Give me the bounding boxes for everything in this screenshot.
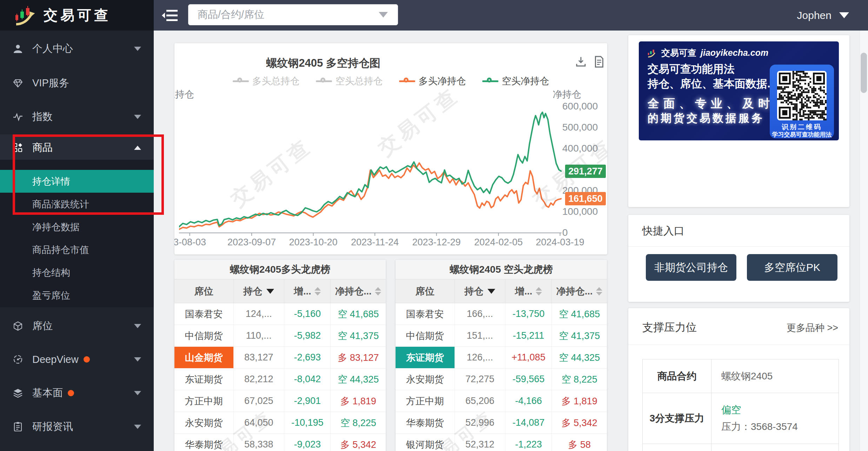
seat-cell[interactable]: 中信期货 bbox=[396, 325, 455, 346]
more-varieties-link[interactable]: 更多品种 >> bbox=[787, 321, 838, 334]
qr-panel: 识别二维码 学习交易可查功能用法 bbox=[770, 65, 834, 138]
sort-desc-icon[interactable] bbox=[266, 289, 274, 294]
table-row: 山金期货83,127-2,693多 83,127 bbox=[174, 347, 386, 369]
search-chevron-down-icon[interactable] bbox=[379, 12, 388, 18]
ad-domain: jiaoyikecha.com bbox=[701, 48, 768, 58]
chevron-down-icon bbox=[134, 324, 141, 328]
sp-row-label: 15分支撑压力 bbox=[643, 444, 711, 451]
column-header-net-position[interactable]: 净持仓... bbox=[331, 279, 386, 303]
sidebar-subitem-profit-loss-seat[interactable]: 盈亏席位 bbox=[0, 284, 154, 307]
column-header-position[interactable]: 持仓 bbox=[455, 279, 505, 303]
seat-cell[interactable]: 永安期货 bbox=[396, 369, 455, 390]
new-feature-dot bbox=[68, 390, 74, 396]
ad-headline-4: 的期货交易数据服务 bbox=[648, 111, 764, 126]
ad-logo-row: 交易可查 jiaoyikecha.com bbox=[647, 47, 768, 59]
data-view-icon[interactable] bbox=[593, 55, 605, 69]
sidebar-subitem-position-detail[interactable]: 持仓详情 bbox=[0, 170, 154, 193]
legend-label: 多头净持仓 bbox=[419, 75, 466, 87]
ad-card: 交易可查 jiaoyikecha.com 交易可查功能用法 持仓、席位、基本面数… bbox=[628, 35, 849, 207]
sidebar-item-commodity[interactable]: 商品 bbox=[0, 136, 154, 160]
long-leaderboard-table: 螺纹钢2405多头龙虎榜席位持仓增...净持仓...国泰君安124,...-5,… bbox=[174, 260, 386, 451]
seat-cell[interactable]: 中信期货 bbox=[174, 325, 234, 346]
sidebar-item-seat[interactable]: 席位 bbox=[0, 314, 154, 338]
column-header-position[interactable]: 持仓 bbox=[234, 279, 284, 303]
sort-down-icon bbox=[375, 292, 381, 296]
change-cell: -2,901 bbox=[284, 390, 331, 412]
x-tick-label: 2023-09-07 bbox=[227, 237, 276, 248]
report-icon bbox=[13, 422, 23, 432]
column-header-seat[interactable]: 席位 bbox=[396, 279, 455, 303]
position-cell: 64,050 bbox=[234, 412, 284, 433]
sort-icon[interactable] bbox=[596, 287, 602, 296]
page-scrollbar-thumb[interactable] bbox=[861, 53, 867, 93]
net-position-cell: 多 83,127 bbox=[331, 347, 386, 368]
seat-cell[interactable]: 东证期货 bbox=[174, 369, 234, 390]
long-short-seat-pk-button[interactable]: 多空席位PK bbox=[747, 254, 837, 281]
sidebar-item-personal-center[interactable]: 个人中心 bbox=[0, 37, 154, 61]
net-position-cell: 多 5,342 bbox=[331, 434, 386, 451]
sidebar-subitem-net-position-data[interactable]: 净持仓数据 bbox=[0, 215, 154, 238]
seat-cell[interactable]: 银河期货 bbox=[396, 434, 455, 451]
net-position-cell: 空 44,325 bbox=[331, 369, 386, 390]
support-pressure-row: 3分支撑压力偏空压力：3568-3574 bbox=[643, 393, 839, 444]
seat-cell[interactable]: 华泰期货 bbox=[174, 434, 234, 451]
sort-icon[interactable] bbox=[314, 287, 321, 296]
legend-item-inactive[interactable]: 空头总持仓 bbox=[316, 75, 383, 87]
sidebar-item-index[interactable]: 指数 bbox=[0, 105, 154, 129]
sidebar-subitem-commodity-position-value[interactable]: 商品持仓市值 bbox=[0, 238, 154, 261]
legend-item-active[interactable]: 多头净持仓 bbox=[399, 75, 466, 87]
column-header-change[interactable]: 增... bbox=[284, 279, 331, 303]
ad-brand-name: 交易可查 bbox=[661, 47, 696, 59]
net-position-cell: 空 8,225 bbox=[331, 412, 386, 433]
non-futures-company-position-button[interactable]: 非期货公司持仓 bbox=[646, 254, 736, 281]
change-cell: -13,750 bbox=[505, 303, 552, 325]
sidebar-item-fundamentals[interactable]: 基本面 bbox=[0, 381, 154, 405]
seat-cell[interactable]: 东证期货 bbox=[396, 347, 455, 368]
legend-dot bbox=[320, 78, 325, 82]
column-header-label: 增... bbox=[294, 285, 311, 298]
sort-icon[interactable] bbox=[375, 287, 381, 296]
sidebar-item-label: 个人中心 bbox=[32, 42, 73, 56]
sidebar-subitem-label: 持仓结构 bbox=[32, 266, 70, 279]
change-cell: -8,042 bbox=[284, 369, 331, 390]
user-chevron-down-icon bbox=[839, 12, 849, 18]
sidebar-item-deepview[interactable]: DeepView bbox=[0, 347, 154, 371]
sort-icon[interactable] bbox=[536, 287, 542, 296]
table-row: 华泰期货52,996-14,087多 5,342 bbox=[396, 412, 607, 434]
pulse-icon bbox=[13, 112, 23, 122]
seat-cell[interactable]: 永安期货 bbox=[174, 412, 234, 433]
sidebar-item-label: DeepView bbox=[32, 354, 79, 365]
seat-cell[interactable]: 方正中期 bbox=[174, 390, 234, 412]
seat-cell[interactable]: 国泰君安 bbox=[174, 303, 234, 325]
chart-legend: 多头总持仓空头总持仓多头净持仓空头净持仓 bbox=[174, 75, 607, 87]
column-header-label: 席位 bbox=[416, 285, 435, 298]
search-input[interactable]: 商品/合约/席位 bbox=[188, 4, 398, 25]
net-position-cell: 多 58 bbox=[552, 434, 607, 451]
seat-cell[interactable]: 山金期货 bbox=[174, 347, 234, 368]
legend-item-active[interactable]: 空头净持仓 bbox=[482, 75, 549, 87]
sidebar-subitem-commodity-updown-stats[interactable]: 商品涨跌统计 bbox=[0, 193, 154, 215]
seat-cell[interactable]: 华泰期货 bbox=[396, 412, 455, 433]
download-icon[interactable] bbox=[575, 55, 587, 69]
legend-item-inactive[interactable]: 多头总持仓 bbox=[233, 75, 300, 87]
seat-cell[interactable]: 国泰君安 bbox=[396, 303, 455, 325]
collapse-sidebar-icon[interactable] bbox=[161, 8, 179, 22]
qr-caption-2: 学习交易可查功能用法 bbox=[770, 131, 834, 139]
ad-banner[interactable]: 交易可查 jiaoyikecha.com 交易可查功能用法 持仓、席位、基本面数… bbox=[639, 41, 839, 140]
user-menu[interactable]: Jophen bbox=[797, 0, 849, 31]
column-header-seat[interactable]: 席位 bbox=[174, 279, 234, 303]
sidebar-subitem-position-structure[interactable]: 持仓结构 bbox=[0, 261, 154, 284]
sidebar-item-research[interactable]: 研报资讯 bbox=[0, 415, 154, 439]
column-header-change[interactable]: 增... bbox=[505, 279, 552, 303]
sidebar-item-label: VIP服务 bbox=[32, 76, 69, 90]
sidebar-item-vip-service[interactable]: VIP服务 bbox=[0, 71, 154, 95]
sort-desc-icon[interactable] bbox=[488, 289, 495, 294]
y-tick-label: 600,000 bbox=[562, 101, 606, 112]
column-header-net-position[interactable]: 净持仓... bbox=[552, 279, 607, 303]
seat-cell[interactable]: 方正中期 bbox=[396, 390, 455, 412]
net-position-cell: 空 41,375 bbox=[331, 325, 386, 346]
chevron-down-icon bbox=[134, 391, 141, 395]
table-row: 永安期货64,050-10,195空 8,225 bbox=[174, 412, 386, 434]
position-cell: 52,996 bbox=[455, 412, 505, 433]
gauge-icon bbox=[13, 354, 23, 365]
